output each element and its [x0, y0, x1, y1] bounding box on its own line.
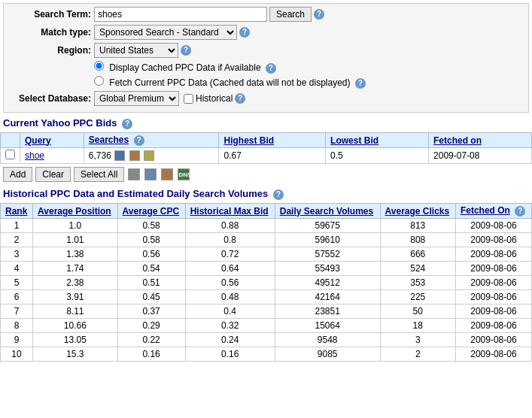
rank-sort-link[interactable]: Rank	[5, 206, 27, 217]
searches-sort-link[interactable]: Searches	[89, 135, 129, 145]
hist-row-rank: 5	[1, 276, 33, 290]
hist-row-avg-cpc: 0.45	[117, 290, 185, 304]
lowest-bid-sort-link[interactable]: Lowest Bid	[330, 135, 378, 146]
hist-row-avg-cpc: 0.16	[117, 347, 185, 362]
search-term-row: Search Term: Search ?	[8, 7, 524, 22]
hist-row-fetched: 2009-08-06	[455, 219, 531, 233]
hist-table-row: 3 1.38 0.56 0.72 57552 666 2009-08-06	[1, 247, 532, 262]
hist-row-rank: 3	[1, 247, 33, 262]
bids-col-highest-bid: Highest Bid	[219, 133, 326, 148]
bids-row-query: shoe	[20, 148, 84, 164]
bids-help-icon[interactable]: ?	[122, 119, 132, 129]
trend-icon[interactable]	[161, 168, 173, 180]
query-sort-link[interactable]: Query	[25, 135, 51, 146]
hist-row-hist-max: 0.56	[185, 276, 275, 290]
radio-cached[interactable]	[94, 61, 104, 71]
chart-icon[interactable]	[114, 150, 125, 161]
hist-row-hist-max: 0.72	[185, 247, 275, 262]
match-type-select[interactable]: Sponsored Search - Standard Sponsored Se…	[94, 25, 237, 40]
clear-button[interactable]: Clear	[35, 167, 71, 182]
bids-table-row: shoe 6,736 0.67 0.5 2009-07-08	[1, 148, 532, 164]
cached-help-icon[interactable]: ?	[266, 63, 276, 74]
hist-row-avg-clicks: 18	[380, 319, 455, 333]
bids-row-checkbox[interactable]	[5, 150, 15, 159]
hist-row-daily-search: 15064	[275, 319, 380, 333]
hist-help-icon[interactable]: ?	[273, 189, 284, 200]
action-row: Add Clear Select All DNS	[3, 167, 529, 182]
bids-row-searches: 6,736	[84, 148, 219, 164]
hist-table-row: 9 13.05 0.22 0.24 9548 3 2009-08-06	[1, 333, 532, 347]
add-button[interactable]: Add	[3, 167, 32, 182]
hist-max-sort-link[interactable]: Historical Max Bid	[190, 206, 269, 217]
bids-table: Query Searches ? Highest Bid Lowest Bid …	[0, 132, 532, 164]
hist-row-daily-search: 57552	[275, 247, 380, 262]
hist-row-rank: 4	[1, 262, 33, 276]
region-select[interactable]: United States United Kingdom Canada Aust…	[94, 43, 178, 58]
region-label: Region:	[8, 45, 91, 56]
highest-bid-sort-link[interactable]: Highest Bid	[223, 135, 274, 146]
hist-row-hist-max: 0.32	[185, 319, 275, 333]
hist-row-avg-pos: 13.05	[33, 333, 118, 347]
radio-current[interactable]	[94, 76, 104, 86]
hist-table-row: 8 10.66 0.29 0.32 15064 18 2009-08-06	[1, 319, 532, 333]
select-all-button[interactable]: Select All	[74, 167, 124, 182]
hist-row-avg-clicks: 3	[380, 333, 455, 347]
fetched-on-sort-link[interactable]: Fetched on	[433, 135, 482, 146]
hist-col-rank: Rank	[1, 204, 33, 219]
region-help-icon[interactable]: ?	[181, 45, 191, 56]
hist-table-row: 2 1.01 0.58 0.8 59610 808 2009-08-06	[1, 233, 532, 247]
hist-row-rank: 10	[1, 347, 33, 362]
hist-row-hist-max: 0.16	[185, 347, 275, 362]
hist-table-row: 5 2.38 0.51 0.56 49512 353 2009-08-06	[1, 276, 532, 290]
match-type-help-icon[interactable]: ?	[239, 27, 250, 38]
trash-icon[interactable]	[128, 168, 140, 180]
historical-label: Historical	[196, 93, 233, 104]
hist-row-avg-clicks: 353	[380, 276, 455, 290]
searches-help-icon[interactable]: ?	[134, 135, 144, 146]
hist-row-fetched: 2009-08-06	[455, 333, 531, 347]
fetched-help-icon[interactable]: ?	[515, 206, 525, 217]
mail-icon[interactable]	[144, 168, 157, 180]
bids-query-link[interactable]: shoe	[25, 150, 44, 161]
bids-col-lowest-bid: Lowest Bid	[326, 133, 429, 148]
hist-col-daily: Daily Search Volumes	[275, 204, 380, 219]
avg-clicks-sort-link[interactable]: Average Clicks	[385, 206, 450, 217]
hist-col-avg-cpc: Average CPC	[117, 204, 185, 219]
db-select[interactable]: Global Premium US UK	[94, 91, 179, 106]
bids-col-fetched-on: Fetched on	[429, 133, 532, 148]
avg-cpc-sort-link[interactable]: Average CPC	[123, 206, 180, 217]
hist-row-avg-cpc: 0.22	[117, 333, 185, 347]
db-label: Select Database:	[8, 93, 91, 104]
hist-row-daily-search: 49512	[275, 276, 380, 290]
hist-row-rank: 6	[1, 290, 33, 304]
hist-row-avg-cpc: 0.58	[117, 233, 185, 247]
current-help-icon[interactable]: ?	[355, 78, 366, 89]
hist-row-avg-pos: 15.3	[33, 347, 118, 362]
avg-pos-sort-link[interactable]: Average Position	[38, 206, 111, 217]
dns-icon[interactable]: DNS	[178, 168, 190, 180]
hist-row-daily-search: 9085	[275, 347, 380, 362]
daily-sort-link[interactable]: Daily Search Volumes	[280, 206, 374, 217]
hist-row-avg-clicks: 666	[380, 247, 455, 262]
search-button[interactable]: Search	[269, 7, 312, 22]
bids-row-lowest-bid: 0.5	[326, 148, 429, 164]
hist-row-daily-search: 23851	[275, 304, 380, 319]
hist-row-avg-pos: 1.74	[33, 262, 118, 276]
historical-checkbox[interactable]	[184, 94, 193, 104]
search-term-input[interactable]	[94, 7, 267, 22]
fetched-sort-link[interactable]: Fetched On	[461, 205, 510, 216]
hist-row-avg-clicks: 50	[380, 304, 455, 319]
hist-col-avg-clicks: Average Clicks	[380, 204, 455, 219]
hist-row-daily-search: 59610	[275, 233, 380, 247]
bids-col-query: Query	[20, 133, 84, 148]
hist-row-avg-clicks: 225	[380, 290, 455, 304]
bid-star-icon[interactable]	[144, 150, 154, 161]
bid-trend-icon[interactable]	[129, 150, 140, 161]
hist-row-hist-max: 0.8	[185, 233, 275, 247]
hist-row-avg-pos: 8.11	[33, 304, 118, 319]
search-help-icon[interactable]: ?	[314, 9, 324, 20]
db-help-icon[interactable]: ?	[235, 93, 245, 104]
hist-row-avg-cpc: 0.58	[117, 219, 185, 233]
hist-row-rank: 1	[1, 219, 33, 233]
hist-row-hist-max: 0.4	[185, 304, 275, 319]
